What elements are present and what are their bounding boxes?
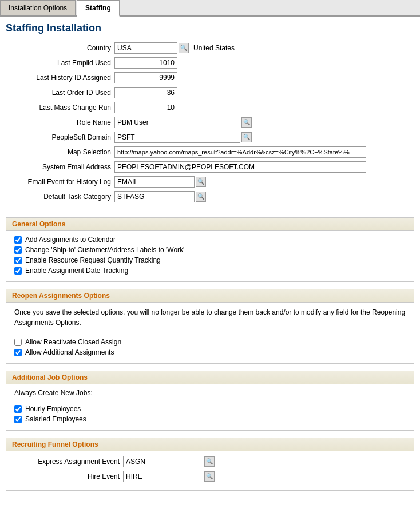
country-input[interactable] <box>114 42 177 54</box>
country-name-text: United States <box>193 44 235 52</box>
additional-job-options-section: Additional Job Options Always Create New… <box>6 371 414 431</box>
general-opt-2-checkbox[interactable] <box>14 246 22 254</box>
general-opt-4-row: Enable Assignment Date Tracking <box>14 267 406 275</box>
general-options-body: Add Assignments to Calendar Change 'Ship… <box>6 231 414 281</box>
additional-opt-2-label: Salaried Employees <box>25 415 86 423</box>
system-email-label: System Email Address <box>6 163 114 171</box>
last-mass-change-label: Last Mass Change Run <box>6 104 114 112</box>
default-task-lookup-icon[interactable]: 🔍 <box>196 192 206 202</box>
reopen-opt-1-checkbox[interactable] <box>14 339 22 346</box>
additional-opt-1-checkbox[interactable] <box>14 405 22 413</box>
last-history-id-label: Last History ID Assigned <box>6 74 114 82</box>
system-email-row: System Email Address <box>6 161 414 173</box>
country-lookup-icon[interactable]: 🔍 <box>179 43 189 53</box>
reopen-note-text: Once you save the selected options, you … <box>14 307 406 328</box>
role-name-lookup-icon[interactable]: 🔍 <box>241 117 252 128</box>
default-task-row: Default Task Category 🔍 <box>6 191 414 202</box>
role-name-input[interactable] <box>114 117 240 128</box>
additional-opt-1-label: Hourly Employees <box>25 405 81 413</box>
general-options-header: General Options <box>6 218 414 231</box>
default-task-label: Default Task Category <box>6 193 114 201</box>
general-opt-3-row: Enable Resource Request Quantity Trackin… <box>14 256 406 264</box>
general-opt-3-checkbox[interactable] <box>14 257 22 264</box>
hire-event-label: Hire Event <box>14 472 123 480</box>
last-mass-change-row: Last Mass Change Run <box>6 102 414 113</box>
additional-opt-1-row: Hourly Employees <box>14 405 406 413</box>
last-order-id-row: Last Order ID Used <box>6 87 414 98</box>
reopen-opt-2-label: Allow Additional Assignments <box>25 348 114 356</box>
page-title: Staffing Installation <box>0 17 420 42</box>
email-event-label: Email Event for History Log <box>6 178 114 186</box>
role-name-row: Role Name 🔍 <box>6 117 414 128</box>
express-assignment-row: Express Assignment Event 🔍 <box>14 456 406 467</box>
peoplesoft-domain-input[interactable] <box>114 132 240 143</box>
general-opt-1-row: Add Assignments to Calendar <box>14 236 406 244</box>
role-name-label: Role Name <box>6 118 114 126</box>
general-options-section: General Options Add Assignments to Calen… <box>6 217 414 282</box>
reopen-opt-1-row: Allow Reactivate Closed Assign <box>14 338 406 346</box>
general-opt-2-label: Change 'Ship-to' Customer/Address Labels… <box>25 246 184 254</box>
default-task-input[interactable] <box>114 191 195 202</box>
general-opt-3-label: Enable Resource Request Quantity Trackin… <box>25 256 161 264</box>
reopen-assignments-section: Reopen Assignments Options Once you save… <box>6 289 414 364</box>
peoplesoft-domain-row: PeopleSoft Domain 🔍 <box>6 132 414 143</box>
always-create-label: Always Create New Jobs: <box>14 389 406 397</box>
recruiting-funnel-body: Express Assignment Event 🔍 Hire Event 🔍 <box>6 451 414 490</box>
tab-staffing[interactable]: Staffing <box>77 0 120 17</box>
reopen-opt-1-label: Allow Reactivate Closed Assign <box>25 338 121 346</box>
additional-job-options-body: Always Create New Jobs: Hourly Employees… <box>6 384 414 430</box>
reopen-opt-2-checkbox[interactable] <box>14 349 22 356</box>
express-assignment-input[interactable] <box>123 456 203 467</box>
hire-event-input[interactable] <box>123 471 203 482</box>
tab-installation-options[interactable]: Installation Options <box>0 0 76 15</box>
system-email-input[interactable] <box>114 161 366 173</box>
map-selection-label: Map Selection <box>6 148 114 156</box>
email-event-input[interactable] <box>114 176 195 188</box>
email-event-row: Email Event for History Log 🔍 <box>6 176 414 188</box>
general-opt-4-checkbox[interactable] <box>14 267 22 275</box>
recruiting-funnel-section: Recruiting Funnel Options Express Assign… <box>6 438 414 491</box>
last-emplid-input[interactable] <box>114 57 177 69</box>
express-assignment-lookup-icon[interactable]: 🔍 <box>204 456 215 467</box>
reopen-opt-2-row: Allow Additional Assignments <box>14 348 406 356</box>
general-opt-2-row: Change 'Ship-to' Customer/Address Labels… <box>14 246 406 254</box>
map-selection-input[interactable] <box>114 146 366 158</box>
express-assignment-label: Express Assignment Event <box>14 458 123 466</box>
last-history-id-input[interactable] <box>114 72 177 83</box>
last-mass-change-input[interactable] <box>114 102 177 113</box>
additional-opt-2-row: Salaried Employees <box>14 415 406 423</box>
email-event-lookup-icon[interactable]: 🔍 <box>196 177 206 187</box>
recruiting-funnel-header: Recruiting Funnel Options <box>6 438 414 451</box>
tab-bar: Installation Options Staffing <box>0 0 420 17</box>
map-selection-row: Map Selection <box>6 146 414 158</box>
general-opt-4-label: Enable Assignment Date Tracking <box>25 267 128 275</box>
general-opt-1-label: Add Assignments to Calendar <box>25 236 116 244</box>
reopen-assignments-header: Reopen Assignments Options <box>6 289 414 303</box>
additional-job-options-header: Additional Job Options <box>6 371 414 384</box>
last-order-id-label: Last Order ID Used <box>6 89 114 97</box>
country-row: Country 🔍 United States <box>6 42 414 54</box>
general-opt-1-checkbox[interactable] <box>14 236 22 244</box>
additional-opt-2-checkbox[interactable] <box>14 416 22 423</box>
last-emplid-label: Last Emplid Used <box>6 59 114 67</box>
reopen-assignments-body: Once you save the selected options, you … <box>6 303 414 363</box>
hire-event-row: Hire Event 🔍 <box>14 471 406 482</box>
last-emplid-row: Last Emplid Used <box>6 57 414 69</box>
country-label: Country <box>6 44 114 52</box>
form-area: Country 🔍 United States Last Emplid Used… <box>0 42 420 491</box>
last-order-id-input[interactable] <box>114 87 177 98</box>
peoplesoft-domain-label: PeopleSoft Domain <box>6 133 114 141</box>
hire-event-lookup-icon[interactable]: 🔍 <box>204 471 215 482</box>
last-history-id-row: Last History ID Assigned <box>6 72 414 83</box>
peoplesoft-domain-lookup-icon[interactable]: 🔍 <box>241 132 252 142</box>
